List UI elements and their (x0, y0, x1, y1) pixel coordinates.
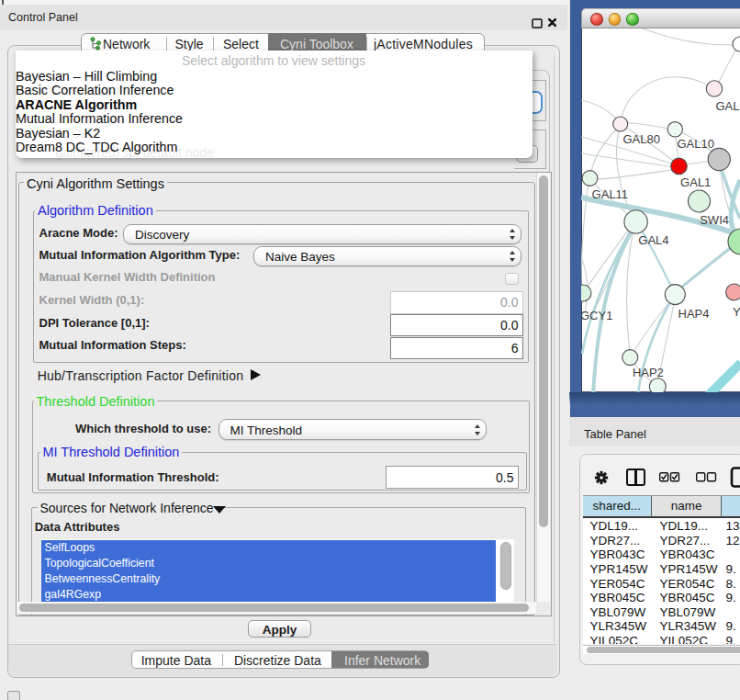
svg-text:GAL10: GAL10 (677, 137, 713, 151)
svg-text:HAP4: HAP4 (678, 307, 710, 321)
svg-text:GAL1: GAL1 (680, 175, 711, 189)
svg-text:GCY1: GCY1 (581, 309, 612, 322)
svg-text:GAL80: GAL80 (622, 132, 659, 146)
svg-text:GAL2: GAL2 (716, 99, 740, 113)
svg-text:GAL11: GAL11 (592, 187, 629, 201)
svg-text:SWI4: SWI4 (700, 213, 729, 227)
svg-text:HAP2: HAP2 (633, 366, 664, 379)
svg-text:GAL4: GAL4 (638, 233, 668, 247)
svg-text:Y: Y (733, 305, 740, 319)
